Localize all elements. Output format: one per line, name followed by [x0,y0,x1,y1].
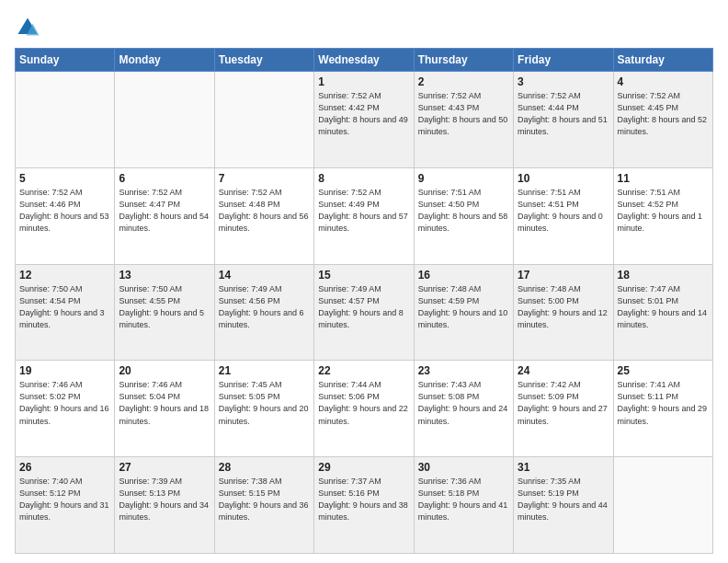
calendar-cell: 6Sunrise: 7:52 AMSunset: 4:47 PMDaylight… [115,167,214,264]
header [15,11,713,40]
day-info: Sunrise: 7:52 AMSunset: 4:46 PMDaylight:… [19,187,110,235]
day-info: Sunrise: 7:52 AMSunset: 4:49 PMDaylight:… [318,187,409,235]
day-info: Sunrise: 7:51 AMSunset: 4:52 PMDaylight:… [618,187,709,235]
weekday-wednesday: Wednesday [314,49,414,72]
calendar-cell: 11Sunrise: 7:51 AMSunset: 4:52 PMDayligh… [613,167,712,264]
day-number: 29 [318,461,409,474]
day-number: 30 [418,461,509,474]
day-number: 23 [418,364,509,377]
day-info: Sunrise: 7:41 AMSunset: 5:11 PMDaylight:… [618,379,709,427]
calendar-cell: 30Sunrise: 7:36 AMSunset: 5:18 PMDayligh… [414,457,513,554]
day-info: Sunrise: 7:51 AMSunset: 4:51 PMDaylight:… [518,187,609,235]
day-info: Sunrise: 7:52 AMSunset: 4:43 PMDaylight:… [418,90,509,138]
weekday-tuesday: Tuesday [214,49,313,72]
day-info: Sunrise: 7:52 AMSunset: 4:42 PMDaylight:… [318,90,409,138]
calendar-cell: 18Sunrise: 7:47 AMSunset: 5:01 PMDayligh… [613,264,712,361]
day-number: 17 [518,269,609,282]
calendar-cell [613,457,712,554]
calendar-cell: 3Sunrise: 7:52 AMSunset: 4:44 PMDaylight… [514,72,613,168]
calendar-cell: 1Sunrise: 7:52 AMSunset: 4:42 PMDaylight… [314,72,414,168]
day-info: Sunrise: 7:37 AMSunset: 5:16 PMDaylight:… [318,476,409,523]
day-number: 7 [219,172,310,185]
day-number: 12 [19,269,110,282]
calendar-cell [115,72,214,168]
weekday-header-row: SundayMondayTuesdayWednesdayThursdayFrid… [16,49,713,72]
calendar-cell [16,72,115,168]
day-number: 5 [19,172,110,185]
day-info: Sunrise: 7:50 AMSunset: 4:54 PMDaylight:… [19,283,110,331]
calendar-cell: 27Sunrise: 7:39 AMSunset: 5:13 PMDayligh… [115,457,214,554]
calendar-cell: 12Sunrise: 7:50 AMSunset: 4:54 PMDayligh… [16,264,115,361]
calendar-cell: 29Sunrise: 7:37 AMSunset: 5:16 PMDayligh… [314,457,414,554]
calendar-cell: 22Sunrise: 7:44 AMSunset: 5:06 PMDayligh… [314,361,414,457]
calendar-cell: 13Sunrise: 7:50 AMSunset: 4:55 PMDayligh… [115,264,214,361]
day-info: Sunrise: 7:40 AMSunset: 5:12 PMDaylight:… [19,476,110,523]
day-number: 4 [618,75,709,88]
day-info: Sunrise: 7:46 AMSunset: 5:04 PMDaylight:… [119,379,210,427]
weekday-saturday: Saturday [613,49,712,72]
day-number: 28 [219,461,310,474]
week-row-3: 19Sunrise: 7:46 AMSunset: 5:02 PMDayligh… [16,361,713,457]
calendar-cell: 10Sunrise: 7:51 AMSunset: 4:51 PMDayligh… [514,167,613,264]
day-info: Sunrise: 7:44 AMSunset: 5:06 PMDaylight:… [318,379,409,427]
day-number: 20 [119,364,210,377]
day-info: Sunrise: 7:35 AMSunset: 5:19 PMDaylight:… [518,476,609,523]
logo [15,15,44,40]
day-info: Sunrise: 7:38 AMSunset: 5:15 PMDaylight:… [219,476,310,523]
day-number: 21 [219,364,310,377]
week-row-2: 12Sunrise: 7:50 AMSunset: 4:54 PMDayligh… [16,264,713,361]
day-info: Sunrise: 7:52 AMSunset: 4:47 PMDaylight:… [119,187,210,235]
logo-icon [15,15,40,40]
day-info: Sunrise: 7:51 AMSunset: 4:50 PMDaylight:… [418,187,509,235]
calendar-cell: 4Sunrise: 7:52 AMSunset: 4:45 PMDaylight… [613,72,712,168]
day-number: 13 [119,269,210,282]
calendar-cell: 9Sunrise: 7:51 AMSunset: 4:50 PMDaylight… [414,167,513,264]
day-number: 2 [418,75,509,88]
day-info: Sunrise: 7:49 AMSunset: 4:56 PMDaylight:… [219,283,310,331]
calendar-cell: 16Sunrise: 7:48 AMSunset: 4:59 PMDayligh… [414,264,513,361]
week-row-1: 5Sunrise: 7:52 AMSunset: 4:46 PMDaylight… [16,167,713,264]
weekday-thursday: Thursday [414,49,513,72]
weekday-sunday: Sunday [16,49,115,72]
day-info: Sunrise: 7:46 AMSunset: 5:02 PMDaylight:… [19,379,110,427]
day-info: Sunrise: 7:49 AMSunset: 4:57 PMDaylight:… [318,283,409,331]
day-number: 10 [518,172,609,185]
day-info: Sunrise: 7:43 AMSunset: 5:08 PMDaylight:… [418,379,509,427]
calendar-cell: 8Sunrise: 7:52 AMSunset: 4:49 PMDaylight… [314,167,414,264]
day-info: Sunrise: 7:45 AMSunset: 5:05 PMDaylight:… [219,379,310,427]
calendar-cell: 15Sunrise: 7:49 AMSunset: 4:57 PMDayligh… [314,264,414,361]
day-info: Sunrise: 7:42 AMSunset: 5:09 PMDaylight:… [518,379,609,427]
calendar-cell: 26Sunrise: 7:40 AMSunset: 5:12 PMDayligh… [16,457,115,554]
calendar-cell: 2Sunrise: 7:52 AMSunset: 4:43 PMDaylight… [414,72,513,168]
day-number: 27 [119,461,210,474]
day-number: 9 [418,172,509,185]
day-info: Sunrise: 7:48 AMSunset: 5:00 PMDaylight:… [518,283,609,331]
calendar-cell: 14Sunrise: 7:49 AMSunset: 4:56 PMDayligh… [214,264,313,361]
day-info: Sunrise: 7:36 AMSunset: 5:18 PMDaylight:… [418,476,509,523]
calendar-cell: 31Sunrise: 7:35 AMSunset: 5:19 PMDayligh… [514,457,613,554]
calendar-cell: 5Sunrise: 7:52 AMSunset: 4:46 PMDaylight… [16,167,115,264]
day-info: Sunrise: 7:39 AMSunset: 5:13 PMDaylight:… [119,476,210,523]
day-number: 22 [318,364,409,377]
calendar-cell: 25Sunrise: 7:41 AMSunset: 5:11 PMDayligh… [613,361,712,457]
day-number: 11 [618,172,709,185]
day-number: 8 [318,172,409,185]
day-number: 24 [518,364,609,377]
day-number: 16 [418,269,509,282]
day-number: 18 [618,269,709,282]
day-number: 25 [618,364,709,377]
day-info: Sunrise: 7:47 AMSunset: 5:01 PMDaylight:… [618,283,709,331]
calendar-cell: 23Sunrise: 7:43 AMSunset: 5:08 PMDayligh… [414,361,513,457]
day-number: 14 [219,269,310,282]
day-info: Sunrise: 7:52 AMSunset: 4:44 PMDaylight:… [518,90,609,138]
day-number: 26 [19,461,110,474]
week-row-4: 26Sunrise: 7:40 AMSunset: 5:12 PMDayligh… [16,457,713,554]
day-number: 6 [119,172,210,185]
page: SundayMondayTuesdayWednesdayThursdayFrid… [0,0,728,563]
day-number: 15 [318,269,409,282]
day-number: 19 [19,364,110,377]
day-number: 1 [318,75,409,88]
week-row-0: 1Sunrise: 7:52 AMSunset: 4:42 PMDaylight… [16,72,713,168]
calendar-cell: 19Sunrise: 7:46 AMSunset: 5:02 PMDayligh… [16,361,115,457]
calendar-cell: 20Sunrise: 7:46 AMSunset: 5:04 PMDayligh… [115,361,214,457]
